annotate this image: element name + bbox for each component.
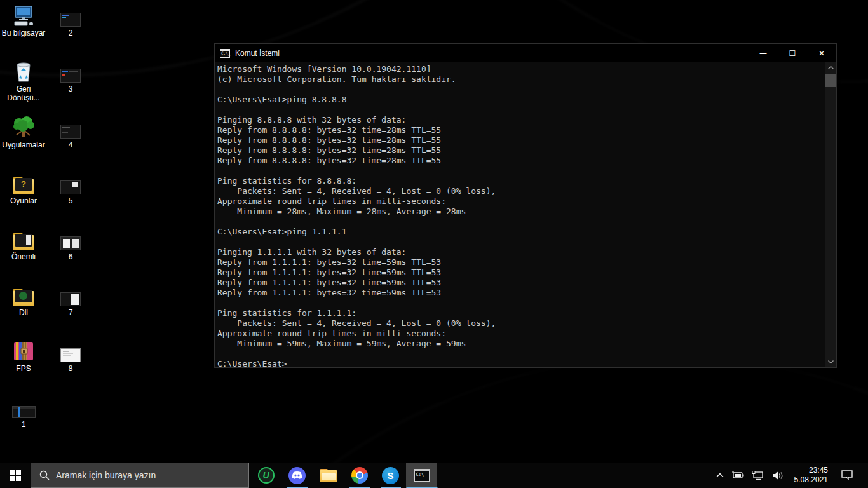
window-title: Komut İstemi bbox=[235, 49, 280, 58]
desktop-icon-recycle-bin[interactable]: Geri Dönüşü... bbox=[1, 58, 46, 102]
desktop-icon-onemli[interactable]: Önemli bbox=[1, 226, 46, 261]
desktop-icon-label: 1 bbox=[1, 420, 46, 429]
discord-icon bbox=[288, 467, 306, 484]
desktop-icon-fps[interactable]: FPS bbox=[1, 338, 46, 373]
console-output[interactable]: Microsoft Windows [Version 10.0.19042.11… bbox=[215, 62, 825, 367]
desktop-icon-label: Uygulamalar bbox=[1, 140, 46, 149]
console-text: Microsoft Windows [Version 10.0.19042.11… bbox=[215, 62, 825, 367]
desktop-icon-6[interactable]: 6 bbox=[48, 226, 93, 261]
desktop-icon-label: 7 bbox=[48, 308, 93, 317]
desktop-icon-label: Bu bilgisayar bbox=[1, 29, 46, 37]
file-explorer-icon bbox=[320, 469, 337, 482]
maximize-button[interactable]: ☐ bbox=[778, 44, 807, 62]
taskbar-item-file-explorer[interactable] bbox=[313, 463, 344, 488]
start-button[interactable] bbox=[0, 463, 31, 488]
taskbar-item-chrome[interactable] bbox=[344, 463, 375, 488]
command-prompt-icon bbox=[414, 469, 430, 482]
tree-icon bbox=[1, 114, 46, 139]
desktop-icon-3[interactable]: 3 bbox=[48, 58, 93, 93]
desktop-icon-label: Önemli bbox=[1, 252, 46, 261]
desktop-icon-1[interactable]: 1 bbox=[1, 394, 46, 429]
taskbar-item-skype[interactable]: S bbox=[375, 463, 406, 488]
desktop-icon-2[interactable]: 2 bbox=[48, 3, 93, 37]
screenshot-thumbnail-icon bbox=[48, 338, 93, 362]
chrome-icon bbox=[351, 467, 368, 484]
search-placeholder: Aramak için buraya yazın bbox=[56, 470, 156, 480]
screenshot-thumbnail-icon bbox=[48, 114, 93, 139]
scrollbar-thumb[interactable] bbox=[825, 74, 836, 87]
clock-time: 23:45 bbox=[794, 466, 828, 475]
folder-icon bbox=[1, 226, 46, 250]
command-prompt-window[interactable]: Komut İstemi — ☐ ✕ Microsoft Windows [Ve… bbox=[214, 43, 837, 368]
recycle-bin-icon bbox=[1, 58, 46, 83]
desktop-icon-label: 3 bbox=[48, 85, 93, 93]
desktop-icon-label: Oyunlar bbox=[1, 196, 46, 205]
volume-icon[interactable] bbox=[768, 463, 788, 488]
clock-date: 5.08.2021 bbox=[794, 475, 828, 485]
search-icon bbox=[39, 470, 50, 480]
screenshot-thumbnail-icon bbox=[48, 170, 93, 194]
desktop-icon-label: 6 bbox=[48, 252, 93, 261]
action-center-icon[interactable] bbox=[833, 463, 861, 488]
desktop-icon-dll[interactable]: Dll bbox=[1, 282, 46, 317]
desktop-icon-oyunlar[interactable]: ? Oyunlar bbox=[1, 170, 46, 205]
close-button[interactable]: ✕ bbox=[807, 44, 836, 62]
vertical-scrollbar[interactable] bbox=[825, 62, 836, 367]
computer-icon bbox=[1, 3, 46, 27]
skype-icon: S bbox=[382, 467, 399, 484]
battery-icon[interactable] bbox=[728, 463, 748, 488]
screenshot-thumbnail-icon bbox=[48, 3, 93, 27]
desktop-icon-uygulamalar[interactable]: Uygulamalar bbox=[1, 114, 46, 149]
desktop-icon-label: FPS bbox=[1, 364, 46, 373]
iobit-uninstaller-icon: U bbox=[258, 467, 275, 484]
desktop-icon-label: 5 bbox=[48, 196, 93, 205]
taskbar-item-iobit-uninstaller[interactable]: U bbox=[250, 463, 281, 488]
show-hidden-icons-chevron[interactable] bbox=[712, 463, 728, 488]
winrar-archive-icon bbox=[1, 338, 46, 362]
taskbar-clock[interactable]: 23:45 5.08.2021 bbox=[788, 466, 833, 485]
taskbar-item-discord[interactable] bbox=[281, 463, 313, 488]
network-icon[interactable] bbox=[748, 463, 768, 488]
scroll-up-arrow-icon[interactable] bbox=[825, 62, 836, 73]
minimize-button[interactable]: — bbox=[749, 44, 778, 62]
screenshot-thumbnail-icon bbox=[48, 282, 93, 306]
desktop-icon-7[interactable]: 7 bbox=[48, 282, 93, 317]
command-prompt-icon bbox=[220, 49, 230, 58]
desktop-icon-label: Dll bbox=[1, 308, 46, 317]
screenshot-thumbnail-icon bbox=[48, 226, 93, 250]
desktop-icon-4[interactable]: 4 bbox=[48, 114, 93, 149]
desktop-icon-label: 2 bbox=[48, 29, 93, 37]
taskbar-item-command-prompt[interactable] bbox=[406, 463, 437, 488]
scroll-down-arrow-icon[interactable] bbox=[825, 356, 836, 367]
desktop-icon-label: Geri Dönüşü... bbox=[1, 85, 46, 102]
desktop-icon-label: 8 bbox=[48, 364, 93, 373]
folder-icon bbox=[1, 282, 46, 306]
wallpaper-swoosh bbox=[95, 356, 868, 463]
show-desktop-button[interactable] bbox=[865, 463, 868, 488]
screenshot-thumbnail-icon bbox=[1, 394, 46, 418]
windows-logo-icon bbox=[10, 470, 21, 481]
desktop-icon-label: 4 bbox=[48, 140, 93, 149]
window-titlebar[interactable]: Komut İstemi — ☐ ✕ bbox=[215, 44, 836, 62]
desktop-icon-this-pc[interactable]: Bu bilgisayar bbox=[1, 3, 46, 37]
screenshot-thumbnail-icon bbox=[48, 58, 93, 83]
taskbar: Aramak için buraya yazın U S bbox=[0, 463, 868, 488]
desktop-icon-5[interactable]: 5 bbox=[48, 170, 93, 205]
desktop-icon-8[interactable]: 8 bbox=[48, 338, 93, 373]
folder-icon: ? bbox=[1, 170, 46, 194]
taskbar-search-input[interactable]: Aramak için buraya yazın bbox=[31, 463, 249, 488]
